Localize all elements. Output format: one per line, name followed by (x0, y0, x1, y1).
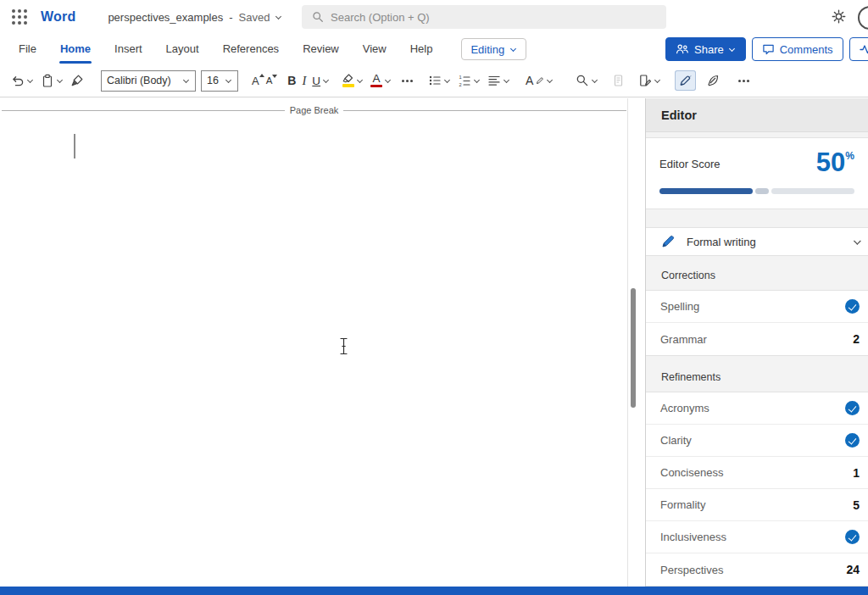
editing-mode-button[interactable]: Editing (461, 38, 526, 60)
arrow-down-icon (272, 75, 277, 78)
font-name-select[interactable]: Calibri (Body) (101, 70, 196, 92)
editor-category-perspectives[interactable]: Perspectives 24 (646, 553, 868, 586)
editor-category-spelling[interactable]: Spelling (646, 291, 868, 323)
chevron-down-icon (729, 46, 736, 53)
category-count: 1 (853, 466, 860, 480)
chevron-down-icon[interactable] (275, 14, 282, 20)
word-app-window: Word perspectives_examples - Saved (0, 0, 868, 595)
status-bar (0, 587, 868, 595)
comments-button[interactable]: Comments (752, 37, 843, 61)
more-commands-button[interactable] (732, 76, 754, 86)
scrollbar-thumb[interactable] (631, 288, 636, 408)
chevron-down-icon (592, 77, 598, 84)
corrections-rows: Spelling Grammar 2 (646, 290, 868, 356)
ribbon-tab-file[interactable]: File (7, 34, 48, 64)
ribbon-tab-review[interactable]: Review (291, 34, 351, 64)
comment-icon (762, 43, 775, 55)
bold-label: B (287, 74, 296, 87)
ribbon-tab-references[interactable]: References (211, 34, 291, 64)
underline-button[interactable]: U (309, 71, 333, 91)
editor-category-acronyms[interactable]: Acronyms (646, 392, 868, 425)
undo-button[interactable] (7, 70, 37, 91)
chevron-down-icon (474, 77, 481, 84)
font-color-button[interactable]: A (367, 70, 395, 92)
text-insertion-caret (74, 134, 75, 158)
paragraph-alignment-button[interactable] (484, 70, 514, 91)
activity-pulse-icon (860, 43, 868, 55)
bullet-list-button[interactable] (425, 70, 454, 91)
ribbon-tab-help[interactable]: Help (398, 34, 445, 64)
ribbon-tab-layout[interactable]: Layout (154, 34, 211, 64)
font-size-select[interactable]: 16 (201, 70, 238, 92)
shrink-font-button[interactable]: A (263, 74, 276, 87)
check-icon (845, 530, 860, 544)
text-highlight-button[interactable] (338, 70, 367, 91)
svg-text:1: 1 (459, 75, 462, 80)
score-number: 50 (816, 149, 845, 175)
draw-button[interactable] (703, 70, 723, 91)
catch-up-button[interactable]: Catch (849, 37, 868, 61)
ribbon-tab-home[interactable]: Home (48, 34, 103, 64)
clipboard-icon (41, 74, 54, 88)
shrink-font-letter: A (266, 75, 273, 86)
share-people-icon (676, 43, 689, 55)
format-painter-button[interactable] (67, 70, 87, 91)
format-painter-icon (70, 74, 84, 87)
check-icon (845, 433, 860, 448)
editor-category-formality[interactable]: Formality 5 (646, 489, 868, 521)
category-label: Perspectives (660, 564, 723, 576)
category-label: Formality (660, 498, 705, 511)
app-launcher-icon[interactable] (12, 9, 27, 25)
more-font-options-button[interactable] (395, 76, 418, 86)
align-text-icon (487, 74, 501, 87)
writing-style-selector[interactable]: Formal writing (646, 227, 868, 256)
page-right-edge (627, 98, 628, 587)
search-input[interactable] (331, 11, 656, 24)
section-corrections-title: Corrections (646, 256, 868, 290)
chevron-down-icon (225, 77, 232, 84)
editor-category-grammar[interactable]: Grammar 2 (646, 323, 868, 355)
share-button[interactable]: Share (665, 37, 746, 61)
ellipsis-icon (402, 80, 404, 82)
chevron-down-icon (183, 77, 190, 84)
chevron-down-icon (357, 77, 364, 84)
section-refinements-title: Refinements (646, 356, 868, 392)
text-effects-button[interactable]: A (522, 72, 557, 89)
app-header: Word perspectives_examples - Saved (0, 0, 868, 34)
app-logo[interactable]: Word (41, 9, 75, 25)
ribbon-tab-insert[interactable]: Insert (103, 34, 154, 64)
find-button[interactable] (572, 70, 602, 91)
editor-score-label: Editor Score (659, 149, 721, 170)
pen-accent-icon (536, 76, 544, 85)
document-canvas[interactable]: Page Break (0, 98, 646, 587)
settings-gear-icon[interactable] (832, 9, 846, 24)
account-avatar[interactable] (858, 6, 868, 30)
page-break-label: Page Break (290, 105, 338, 115)
check-icon (845, 401, 860, 415)
sensitivity-button[interactable] (609, 70, 628, 91)
paste-button[interactable] (37, 70, 67, 92)
numbered-list-icon: 12 (458, 74, 471, 87)
bold-button[interactable]: B (284, 70, 299, 91)
track-changes-icon (638, 74, 652, 87)
editor-category-conciseness[interactable]: Conciseness 1 (646, 457, 868, 489)
ribbon-tab-view[interactable]: View (351, 34, 398, 64)
quill-pen-icon (706, 74, 720, 87)
editor-button[interactable] (675, 70, 696, 91)
check-icon (845, 299, 860, 314)
editor-category-clarity[interactable]: Clarity (646, 425, 868, 457)
italic-button[interactable]: I (299, 74, 309, 88)
document-title[interactable]: perspectives_examples (108, 11, 223, 24)
grow-font-button[interactable]: A (248, 73, 263, 89)
search-box[interactable] (302, 5, 666, 29)
page-break-line (343, 110, 626, 111)
magnifier-icon (576, 74, 589, 87)
editor-category-inclusiveness[interactable]: Inclusiveness (646, 521, 868, 553)
category-label: Inclusiveness (660, 531, 726, 543)
track-changes-button[interactable] (635, 70, 665, 91)
editing-mode-label: Editing (470, 43, 504, 56)
numbered-list-button[interactable]: 12 (454, 70, 484, 91)
chevron-down-icon (510, 46, 517, 53)
ellipsis-icon (738, 80, 741, 82)
ribbon-tab-row: File Home Insert Layout References Revie… (0, 34, 868, 64)
